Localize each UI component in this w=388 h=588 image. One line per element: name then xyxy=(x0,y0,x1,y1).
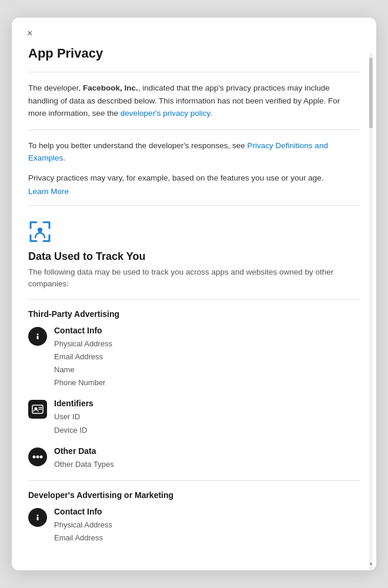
info-svg-2 xyxy=(33,513,42,522)
scrollbar-track: ▼ xyxy=(369,53,373,570)
svg-rect-9 xyxy=(37,517,39,520)
data-item-other-data: Other Data Other Data Types xyxy=(28,446,360,471)
privacy-help-section: To help you better understand the develo… xyxy=(28,139,360,196)
identifiers-sub: User IDDevice ID xyxy=(54,410,360,436)
scroll-down-arrow: ▼ xyxy=(369,562,373,567)
data-item-identifiers: Identifiers User IDDevice ID xyxy=(28,399,360,436)
id-svg xyxy=(32,405,44,414)
svg-point-7 xyxy=(40,455,43,458)
scrollbar-thumb[interactable] xyxy=(369,58,373,128)
other-data-content: Other Data Other Data Types xyxy=(54,446,360,471)
help-period: . xyxy=(63,153,65,162)
dots-svg xyxy=(32,455,43,459)
page-title: App Privacy xyxy=(28,46,360,61)
info-svg-1 xyxy=(33,332,42,341)
learn-more-link[interactable]: Learn More xyxy=(28,187,360,196)
scroll-area[interactable]: App Privacy The developer, Facebook, Inc… xyxy=(12,22,376,570)
privacy-policy-link[interactable]: developer's privacy policy xyxy=(121,109,210,118)
svg-point-8 xyxy=(37,514,39,516)
category-title-1: Third-Party Advertising xyxy=(28,309,360,319)
divider-5 xyxy=(28,480,360,481)
contact-info-sub-2: Physical AddressEmail Address xyxy=(54,519,360,544)
intro-text-1: The developer, xyxy=(28,83,83,92)
scrollbar-down[interactable]: ▼ xyxy=(369,560,373,568)
tracking-section-title: Data Used to Track You xyxy=(28,250,360,263)
modal: × App Privacy The developer, Facebook, I… xyxy=(12,18,376,570)
identifiers-name: Identifiers xyxy=(54,399,360,408)
svg-point-6 xyxy=(36,455,39,458)
id-icon xyxy=(28,400,47,419)
modal-container: × App Privacy The developer, Facebook, I… xyxy=(0,0,388,588)
svg-point-1 xyxy=(37,333,39,335)
contact-info-sub-1: Physical AddressEmail AddressNamePhone N… xyxy=(54,338,360,389)
data-item-contact-info-2: Contact Info Physical AddressEmail Addre… xyxy=(28,507,360,544)
other-data-sub: Other Data Types xyxy=(54,458,360,471)
close-button[interactable]: × xyxy=(24,27,36,40)
info-icon-2 xyxy=(28,508,47,527)
dots-icon xyxy=(28,447,47,466)
identifiers-content: Identifiers User IDDevice ID xyxy=(54,399,360,436)
contact-info-name-1: Contact Info xyxy=(54,326,360,335)
intro-paragraph: The developer, Facebook, Inc., indicated… xyxy=(28,82,360,120)
divider-3 xyxy=(28,205,360,206)
category-title-2: Developer's Advertising or Marketing xyxy=(28,490,360,500)
vary-text: Privacy practices may vary, for example,… xyxy=(28,172,360,185)
contact-info-name-2: Contact Info xyxy=(54,507,360,516)
svg-point-5 xyxy=(33,455,36,458)
contact-info-content-2: Contact Info Physical AddressEmail Addre… xyxy=(54,507,360,544)
divider-1 xyxy=(28,72,360,72)
developer-name: Facebook, Inc. xyxy=(83,83,138,92)
tracking-icon xyxy=(28,220,52,243)
info-icon-1 xyxy=(28,327,47,346)
contact-info-content-1: Contact Info Physical AddressEmail Addre… xyxy=(54,326,360,389)
help-text: To help you better understand the develo… xyxy=(28,139,360,165)
other-data-name: Other Data xyxy=(54,446,360,456)
divider-4 xyxy=(28,299,360,300)
intro-period: . xyxy=(210,109,212,118)
svg-point-0 xyxy=(38,228,42,232)
help-text-1: To help you better understand the develo… xyxy=(28,141,247,150)
data-item-contact-info-1: Contact Info Physical AddressEmail Addre… xyxy=(28,326,360,389)
divider-2 xyxy=(28,129,360,130)
tracking-section-desc: The following data may be used to track … xyxy=(28,266,360,290)
svg-rect-2 xyxy=(37,336,39,339)
